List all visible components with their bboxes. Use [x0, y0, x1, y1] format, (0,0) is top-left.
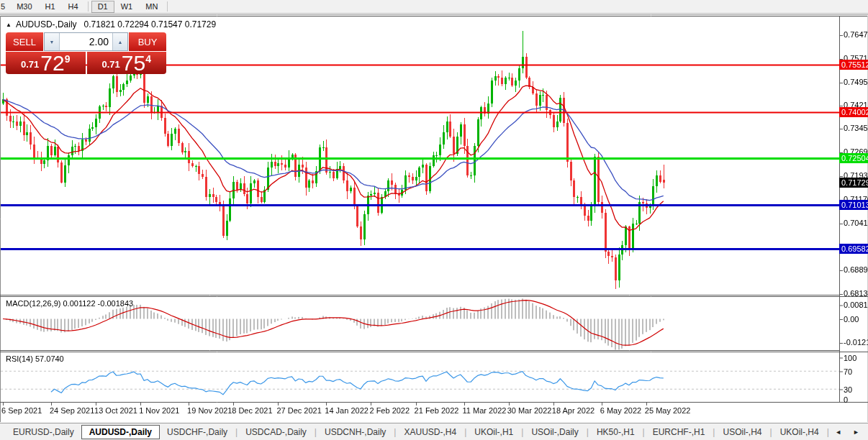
toolbar-separator [167, 1, 168, 12]
price-tick-label: 0.73450 [844, 124, 868, 132]
tab-usoil-daily[interactable]: USOil-,Daily [524, 425, 585, 439]
tabs-scroll-left-icon[interactable]: ◄ [835, 428, 841, 436]
sell-button[interactable]: SELL [6, 32, 43, 51]
price-level-badge: 0.75512 [839, 60, 868, 70]
price-level-badge: 0.71729 [839, 178, 868, 188]
tab-audusd-daily[interactable]: AUDUSD-,Daily [81, 425, 160, 439]
price-tick-label: 0.74950 [844, 78, 868, 86]
macd-values: 0.001122 -0.001843 [63, 299, 133, 308]
date-tick-label: 18 Apr 2022 [552, 406, 595, 415]
rsi-tick-label: 70 [844, 367, 852, 376]
tab-ukoil-h4[interactable]: UKOil-,H4 [773, 425, 826, 439]
macd-tick-label: 0.008197 [844, 301, 868, 309]
tab-eurusd-daily[interactable]: EURUSD-,Daily [6, 425, 81, 439]
rsi-indicator-label: RSI(14) 57.0740 [6, 354, 64, 363]
date-tick-label: 2 Feb 2022 [369, 406, 410, 415]
macd-tick-label: -0.01212 [844, 338, 868, 347]
price-tick-label: 0.76470 [844, 30, 868, 39]
timeframe-button-w1[interactable]: W1 [114, 1, 140, 13]
date-tick-label: 11 Mar 2022 [463, 406, 507, 415]
toolbar-separator [88, 1, 89, 12]
date-tick-label: 13 Oct 2021 [94, 406, 137, 415]
date-tick-label: 6 May 2022 [600, 406, 641, 415]
one-click-trading-panel: SELL ▼ 2.00 ▲ BUY 0.71729 0.71754 [6, 32, 166, 74]
timeframe-button-5[interactable]: 5 [0, 1, 10, 13]
price-level-badge: 0.71013 [839, 200, 868, 210]
buy-price-sup: 4 [145, 53, 151, 65]
date-tick-label: 8 Dec 2021 [232, 406, 272, 415]
tab-usdcnh-daily[interactable]: USDCNH-,Daily [317, 425, 393, 439]
macd-indicator-label: MACD(12,26,9) 0.001122 -0.001843 [6, 299, 133, 308]
chevron-down-icon: ▼ [50, 40, 55, 45]
price-level-badge: 0.74002 [839, 107, 868, 117]
tab-usoil-h4[interactable]: USOil-,H4 [715, 425, 769, 439]
date-tick-label: 27 Dec 2021 [276, 406, 321, 415]
buy-price-display[interactable]: 0.71754 [87, 52, 167, 74]
tab-ukoil-h1[interactable]: UKOil-,H1 [467, 425, 520, 439]
date-tick-label: 14 Jan 2022 [325, 406, 369, 415]
price-tick-label: 0.68130 [844, 289, 868, 298]
tab-scroll-arrows: ◄► [835, 428, 868, 436]
chart-title: ▲ AUDUSD-,Daily 0.71821 0.72294 0.71547 … [6, 19, 216, 29]
date-tick-label: 30 Mar 2022 [507, 406, 552, 415]
macd-name: MACD(12,26,9) [6, 299, 60, 308]
sell-price-sup: 9 [65, 53, 71, 65]
tab-usdcad-daily[interactable]: USDCAD-,Daily [238, 425, 314, 439]
tabs-scroll-right-icon[interactable]: ► [853, 428, 859, 436]
sell-price-display[interactable]: 0.71729 [6, 52, 86, 74]
rsi-tick-label: 100 [844, 354, 856, 362]
timeframe-button-mn[interactable]: MN [139, 1, 164, 13]
rsi-value: 57.0740 [35, 354, 64, 363]
date-tick-label: 24 Sep 2021 [50, 406, 94, 415]
volume-spinner: ▼ 2.00 ▲ [44, 32, 128, 51]
tab-usdchf-daily[interactable]: USDCHF-,Daily [160, 425, 235, 439]
price-tick-label: 0.70410 [844, 219, 868, 227]
timeframe-button-m30[interactable]: M30 [10, 1, 38, 13]
volume-input[interactable]: 2.00 [60, 33, 112, 50]
date-tick-label: 1 Nov 2021 [139, 406, 179, 415]
volume-increase-button[interactable]: ▲ [112, 33, 127, 50]
macd-tick-label: 0.00 [844, 315, 859, 324]
rsi-name: RSI(14) [6, 354, 33, 363]
buy-price-prefix: 0.71 [102, 59, 120, 70]
timeframe-button-d1[interactable]: D1 [91, 1, 114, 13]
tab-eurchf-h1[interactable]: EURCHF-,H1 [646, 425, 713, 439]
price-level-badge: 0.69582 [839, 244, 868, 254]
date-tick-label: 21 Feb 2022 [415, 406, 459, 415]
buy-price-big: 75 [122, 53, 145, 73]
timeframe-button-h4[interactable]: H4 [62, 1, 85, 13]
date-tick-label: 19 Nov 2021 [187, 406, 232, 415]
rsi-tick-label: 30 [844, 385, 852, 394]
tab-hk50-h1[interactable]: HK50-,H1 [589, 425, 642, 439]
price-level-badge: 0.72504 [839, 153, 868, 163]
rsi-tick-label: 0 [844, 395, 848, 404]
timeframe-button-h1[interactable]: H1 [39, 1, 62, 13]
buy-button[interactable]: BUY [129, 32, 166, 51]
date-tick-label: 25 May 2022 [645, 406, 691, 415]
chart-tab-bar: EURUSD-,DailyAUDUSD-,DailyUSDCHF-,Daily|… [0, 423, 868, 440]
sell-price-prefix: 0.71 [21, 59, 39, 70]
sell-price-big: 72 [40, 53, 64, 73]
chevron-up-icon: ▲ [118, 40, 123, 45]
price-tick-label: 0.68890 [844, 265, 868, 274]
tab-xauusd-h4[interactable]: XAUUSD-,H4 [397, 425, 464, 439]
volume-decrease-button[interactable]: ▼ [45, 33, 60, 50]
timeframe-toolbar: 5M30H1H4D1W1MN [0, 0, 868, 14]
collapse-triangle-icon: ▲ [6, 22, 12, 28]
tab-divider: | [826, 427, 830, 437]
chart-ohlc-values: 0.71821 0.72294 0.71547 0.71729 [84, 19, 217, 29]
date-tick-label: 6 Sep 2021 [1, 406, 42, 415]
chart-symbol-period: AUDUSD-,Daily [16, 19, 77, 29]
